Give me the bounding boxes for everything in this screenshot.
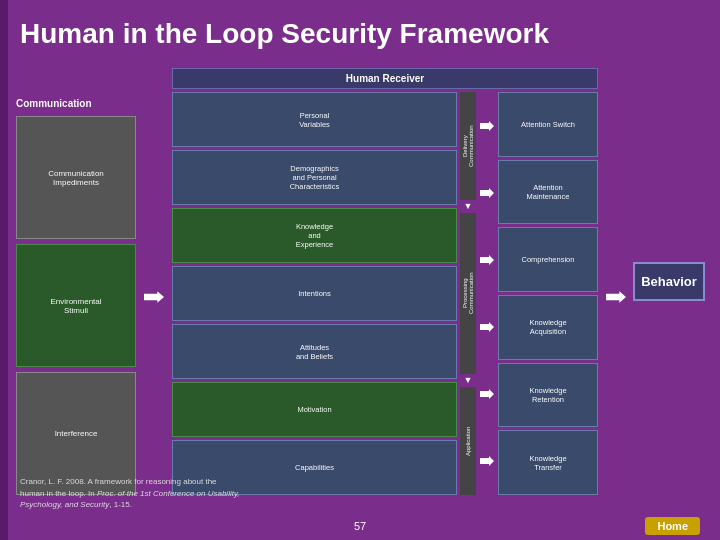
human-receiver-header: Human Receiver (172, 68, 598, 89)
inner-boxes-col: PersonalVariables Demographicsand Person… (172, 92, 457, 495)
intentions-box: Intentions (172, 266, 457, 321)
personal-variables-box: PersonalVariables (172, 92, 457, 147)
svg-marker-3 (480, 255, 494, 265)
svg-marker-6 (480, 456, 494, 466)
knowledge-acquisition-box: KnowledgeAcquisition (498, 295, 598, 360)
vert-application: Application (460, 387, 476, 495)
svg-marker-5 (480, 389, 494, 399)
demographics-box: Demographicsand PersonalCharacteristics (172, 150, 457, 205)
vert-processing: CommunicationProcessing (460, 213, 476, 374)
behavior-arrow (606, 68, 626, 495)
communication-label: Communication (16, 98, 136, 109)
knowledge-retention-box: KnowledgeRetention (498, 363, 598, 428)
svg-marker-4 (480, 322, 494, 332)
comm-arrow (144, 68, 164, 495)
left-comm-block: Communication CommunicationImpediments E… (16, 68, 136, 495)
knowledge-transfer-box: KnowledgeTransfer (498, 430, 598, 495)
human-receiver-block: Human Receiver PersonalVariables Demogra… (172, 68, 598, 495)
title-text: Human in the Loop Security Framework (20, 18, 549, 49)
home-button[interactable]: Home (645, 517, 700, 535)
motivation-box: Motivation (172, 382, 457, 437)
vert-arrow1: ▼ (460, 202, 476, 211)
svg-marker-7 (606, 291, 626, 303)
page-title: Human in the Loop Security Framework (20, 18, 549, 50)
attention-switch-box: Attention Switch (498, 92, 598, 157)
vert-arrow2: ▼ (460, 376, 476, 385)
output-boxes-col: Attention Switch AttentionMaintenance Co… (498, 92, 598, 495)
hr-body: PersonalVariables Demographicsand Person… (172, 92, 598, 495)
svg-marker-0 (144, 291, 164, 303)
vert-labels-col: CommunicationDelivery ▼ CommunicationPro… (460, 92, 476, 495)
diagram-wrapper: Communication CommunicationImpediments E… (16, 68, 704, 495)
behavior-box: Behavior (633, 262, 705, 301)
attention-maintenance-box: AttentionMaintenance (498, 160, 598, 225)
behavior-side: Behavior (634, 68, 704, 495)
mid-arrows-col (479, 92, 495, 495)
comprehension-box: Comprehension (498, 227, 598, 292)
citation: Cranor, L. F. 2008. A framework for reas… (20, 476, 240, 510)
left-accent (0, 0, 8, 540)
svg-marker-1 (480, 121, 494, 131)
env-stimuli-box: EnvironmentalStimuli (16, 244, 136, 367)
citation-text: Cranor, L. F. 2008. A framework for reas… (20, 477, 240, 508)
knowledge-experience-box: KnowledgeandExperience (172, 208, 457, 263)
page-number: 57 (354, 520, 366, 532)
attitudes-box: Attitudesand Beliefs (172, 324, 457, 379)
svg-marker-2 (480, 188, 494, 198)
impediments-box: CommunicationImpediments (16, 116, 136, 239)
vert-delivery: CommunicationDelivery (460, 92, 476, 200)
